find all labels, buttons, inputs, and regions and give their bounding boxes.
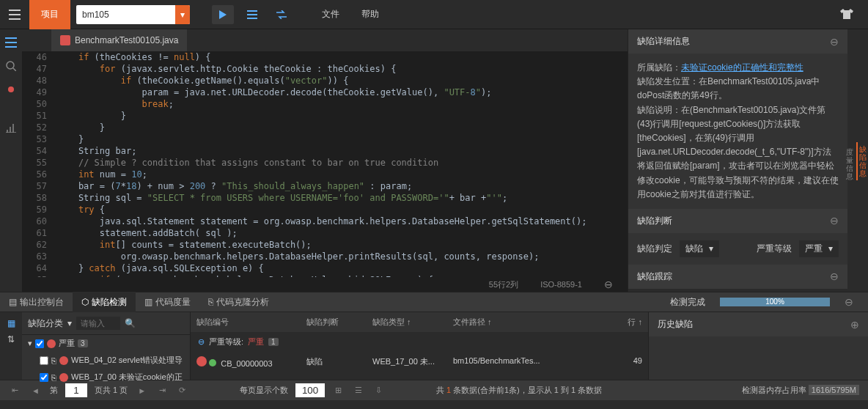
last-page-button[interactable]: ⇥ bbox=[156, 386, 169, 395]
chevron-down-icon[interactable]: ▾ bbox=[67, 318, 72, 328]
project-select[interactable]: bm105 ▾ bbox=[76, 5, 190, 24]
expand-icon[interactable]: ⊕ bbox=[850, 319, 859, 331]
tab-output[interactable]: ▤输出控制台 bbox=[0, 292, 73, 312]
memory-usage: 1616/5795M bbox=[809, 385, 859, 395]
severity-icon bbox=[196, 356, 207, 366]
chart-icon[interactable] bbox=[4, 120, 18, 135]
collapse-icon[interactable]: ⊖ bbox=[845, 296, 853, 308]
status-icon bbox=[209, 359, 216, 366]
cursor-position: 55行2列 bbox=[489, 279, 518, 290]
bug-icon: ⬡ bbox=[81, 297, 89, 307]
line-gutter: 4647484950515253545556575859606162636465… bbox=[22, 51, 51, 277]
chart-icon: ▥ bbox=[144, 297, 152, 307]
page-total: 页共 1 页 bbox=[95, 385, 128, 396]
copy-icon: ⎘ bbox=[208, 297, 213, 307]
page-label: 第 bbox=[50, 385, 58, 396]
th-type[interactable]: 缺陷类型 ↑ bbox=[367, 317, 447, 328]
terminal-icon: ▤ bbox=[9, 297, 17, 307]
desc-label: 缺陷说明： bbox=[637, 105, 681, 115]
copy-icon[interactable]: ⎘ bbox=[51, 373, 56, 382]
file-encoding: ISO-8859-1 bbox=[540, 280, 582, 289]
judge-header: 缺陷判断 bbox=[637, 215, 672, 227]
tree-header: 缺陷分类 bbox=[28, 317, 63, 330]
th-id[interactable]: 缺陷编号 bbox=[191, 317, 301, 328]
refresh-icon[interactable]: ⟳ bbox=[176, 386, 188, 395]
next-page-button[interactable]: ► bbox=[135, 386, 149, 395]
tree-root[interactable]: ▾ 严重 3 bbox=[22, 335, 190, 352]
settings-icon[interactable]: ⊞ bbox=[332, 386, 345, 395]
perpage-label: 每页显示个数 bbox=[240, 385, 288, 396]
belong-label: 所属缺陷： bbox=[637, 62, 681, 73]
progress-label: 检测完成 bbox=[670, 296, 705, 309]
chevron-down-icon: ▾ bbox=[709, 243, 713, 254]
chevron-down-icon[interactable]: ▾ bbox=[175, 5, 190, 24]
search-icon[interactable] bbox=[4, 59, 18, 73]
count-badge: 1 bbox=[268, 338, 279, 346]
search-icon[interactable]: 🔍 bbox=[125, 318, 136, 328]
right-rail-defect[interactable]: 缺陷信息 bbox=[856, 142, 868, 180]
svg-point-0 bbox=[7, 62, 14, 69]
tab-metrics[interactable]: ▥代码度量 bbox=[136, 292, 199, 312]
breakpoint-indicator bbox=[4, 82, 18, 97]
th-line[interactable]: 行 ↑ bbox=[611, 317, 648, 328]
tab-defects[interactable]: ⬡缺陷检测 bbox=[73, 292, 136, 312]
tree-search-input[interactable] bbox=[76, 317, 120, 330]
severity-icon bbox=[59, 356, 68, 365]
track-header: 缺陷跟踪 bbox=[637, 270, 672, 283]
tshirt-icon[interactable] bbox=[840, 9, 853, 21]
history-header: 历史缺陷 bbox=[658, 318, 693, 331]
collapse-icon[interactable]: ⊖ bbox=[198, 337, 205, 347]
swap-icon[interactable] bbox=[271, 5, 293, 24]
chevron-down-icon: ▾ bbox=[828, 243, 833, 254]
code-content[interactable]: if (theCookies != null) { for (javax.ser… bbox=[51, 51, 628, 277]
java-file-icon bbox=[60, 35, 70, 45]
progress-bar: 100% bbox=[720, 298, 830, 306]
menu-file[interactable]: 文件 bbox=[322, 8, 339, 21]
collapse-icon[interactable]: ⊖ bbox=[830, 215, 839, 226]
project-button[interactable]: 项目 bbox=[29, 0, 70, 29]
list-icon[interactable] bbox=[241, 5, 263, 24]
sev-label: 严重等级 bbox=[757, 243, 792, 255]
sev-select[interactable]: 严重 ▾ bbox=[799, 240, 839, 257]
count-badge: 3 bbox=[78, 339, 88, 347]
desc-text: 在(BenchmarkTest00105.java)文件第(43)行调用[req… bbox=[637, 105, 839, 199]
outline-icon[interactable] bbox=[4, 35, 18, 50]
collapse-icon[interactable]: ⊖ bbox=[604, 279, 613, 290]
filter-icon[interactable]: ☰ bbox=[352, 386, 365, 395]
collapse-icon[interactable]: ▾ bbox=[28, 339, 32, 348]
copy-icon[interactable]: ⎘ bbox=[51, 356, 56, 365]
defect-link[interactable]: 未验证cookie的正确性和完整性 bbox=[681, 62, 803, 73]
tree-checkbox[interactable] bbox=[40, 356, 48, 365]
tree-checkbox[interactable] bbox=[35, 339, 44, 348]
table-row[interactable]: CB_00000003 缺陷 WEB_17_00 未... bm105/Benc… bbox=[191, 352, 648, 372]
tab-clone[interactable]: ⎘代码克隆分析 bbox=[199, 292, 278, 312]
run-button[interactable] bbox=[212, 5, 234, 24]
collapse-icon[interactable]: ⊖ bbox=[830, 36, 839, 48]
tree-item[interactable]: ⎘ WEB_04_02 servlet错误处理导 bbox=[22, 352, 190, 369]
detail-header: 缺陷详细信息 bbox=[637, 35, 690, 48]
prev-page-button[interactable]: ◄ bbox=[29, 386, 43, 395]
export-icon[interactable]: ⇩ bbox=[372, 386, 385, 395]
th-judge[interactable]: 缺陷判断 bbox=[301, 317, 367, 328]
judge-label: 缺陷判定 bbox=[637, 243, 672, 255]
tab-filename: BenchmarkTest00105.java bbox=[75, 35, 178, 45]
right-rail-metric[interactable]: 度量信息 bbox=[846, 148, 853, 180]
project-value: bm105 bbox=[82, 10, 109, 20]
judge-select[interactable]: 缺陷 ▾ bbox=[680, 240, 719, 257]
sort-icon[interactable]: ⇅ bbox=[7, 334, 15, 344]
th-path[interactable]: 文件路径 ↑ bbox=[447, 317, 611, 328]
page-input[interactable] bbox=[65, 383, 87, 397]
menu-help[interactable]: 帮助 bbox=[361, 8, 379, 21]
perpage-input[interactable] bbox=[295, 383, 325, 397]
severity-icon bbox=[59, 373, 68, 382]
table-group[interactable]: ⊖ 严重等级: 严重 1 bbox=[191, 332, 648, 352]
tree-checkbox[interactable] bbox=[40, 373, 48, 382]
first-page-button[interactable]: ⇤ bbox=[9, 386, 21, 395]
tree-item[interactable]: ⎘ WEB_17_00 未验证cookie的正 bbox=[22, 369, 190, 386]
editor-tab[interactable]: BenchmarkTest00105.java bbox=[51, 29, 187, 51]
hamburger-icon[interactable] bbox=[0, 0, 29, 29]
filter-icon[interactable]: ▦ bbox=[7, 318, 15, 328]
loc-label: 缺陷发生位置： bbox=[637, 76, 699, 86]
collapse-icon[interactable]: ⊖ bbox=[830, 270, 839, 282]
severity-icon bbox=[47, 339, 56, 348]
